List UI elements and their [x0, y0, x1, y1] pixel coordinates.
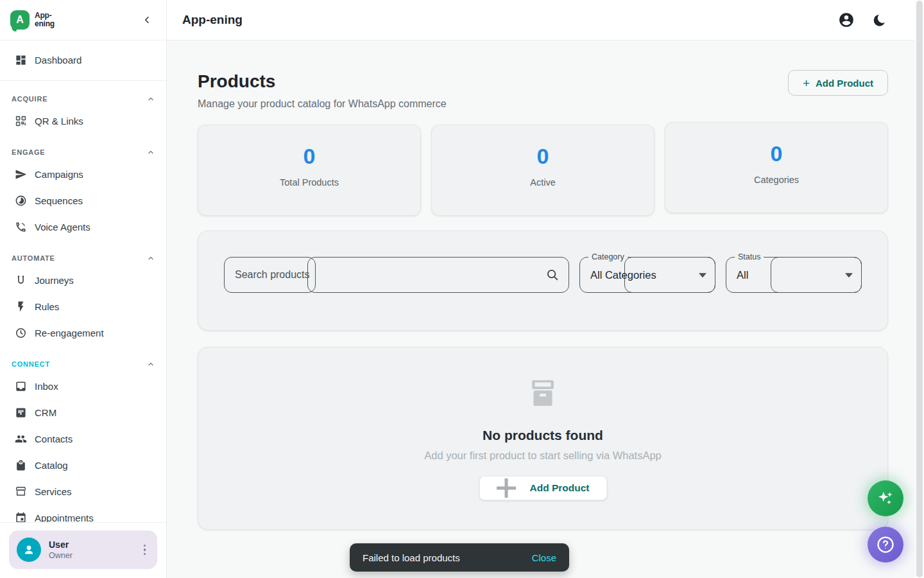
add-product-button[interactable]: + Add Product — [788, 70, 888, 96]
stat-label: Total Products — [280, 177, 339, 188]
chevron-up-icon — [147, 360, 155, 368]
ai-assistant-fab[interactable] — [868, 480, 903, 516]
brand-logo[interactable]: A App- ening — [10, 10, 55, 30]
sidebar-footer: User Owner — [0, 522, 166, 578]
status-select[interactable]: Status All — [726, 257, 862, 293]
phone-talk-icon — [14, 221, 27, 234]
scrollbar[interactable] — [915, 0, 924, 578]
empty-state: No products found Add your first product… — [198, 347, 888, 530]
sidebar-item-catalog[interactable]: Catalog — [0, 452, 166, 478]
sidebar-item-label: Catalog — [35, 460, 68, 471]
empty-add-product-button[interactable]: Add Product — [479, 476, 607, 500]
storefront-icon — [14, 486, 27, 498]
sidebar-section-acquire[interactable]: ACQUIRE — [0, 90, 166, 108]
category-select[interactable]: Category All Categories — [579, 257, 715, 293]
sidebar-item-label: Services — [35, 486, 72, 497]
plus-icon — [492, 473, 521, 503]
sidebar-item-label: Sequences — [35, 195, 83, 206]
sidebar-item-label: Journeys — [35, 275, 74, 286]
sidebar-item-label: Rules — [35, 301, 59, 312]
status-label: Status — [735, 254, 764, 260]
sidebar-item-label: Inbox — [35, 381, 58, 392]
sidebar-header: A App- ening — [0, 0, 166, 40]
question-mark-icon — [876, 535, 895, 554]
sidebar-item-rules[interactable]: Rules — [0, 293, 166, 320]
bolt-icon — [14, 301, 27, 313]
sidebar-item-services[interactable]: Services — [0, 478, 166, 505]
sidebar-item-label: Campaigns — [35, 169, 83, 180]
sidebar-item-label: CRM — [35, 407, 56, 418]
sidebar-item-qr-links[interactable]: QR & Links — [0, 108, 166, 134]
status-value: All — [737, 269, 748, 281]
help-fab[interactable] — [868, 527, 903, 563]
avatar — [17, 538, 41, 562]
stat-label: Categories — [754, 175, 799, 185]
stat-value: 0 — [304, 144, 316, 169]
chevron-up-icon — [147, 148, 155, 156]
dropdown-caret-icon — [699, 273, 706, 277]
header-actions — [838, 12, 888, 28]
archive-box-icon — [526, 376, 560, 412]
stat-label: Active — [530, 177, 556, 188]
sidebar-section-automate[interactable]: AUTOMATE — [0, 249, 166, 267]
chevron-up-icon — [147, 95, 155, 103]
sidebar-item-journeys[interactable]: Journeys — [0, 267, 166, 293]
sparkles-icon — [877, 489, 894, 507]
qr-code-icon — [14, 115, 27, 128]
sidebar-item-appointments[interactable]: Appointments — [0, 505, 166, 522]
page-content: Products Manage your product catalog for… — [167, 40, 924, 578]
kebab-menu-icon[interactable] — [140, 542, 150, 558]
category-label: Category — [588, 254, 628, 260]
toast-close-button[interactable]: Close — [524, 547, 564, 568]
sidebar-item-sequences[interactable]: Sequences — [0, 188, 166, 214]
sidebar-collapse-button[interactable] — [138, 11, 156, 29]
toast-message: Failed to load products — [363, 552, 460, 563]
stat-value: 0 — [537, 144, 549, 169]
empty-state-subtitle: Add your first product to start selling … — [424, 450, 662, 462]
dashboard-icon — [14, 53, 27, 66]
sidebar-item-re-engagement[interactable]: Re-engagement — [0, 320, 166, 346]
user-meta: User Owner — [49, 539, 132, 560]
calendar-icon — [14, 512, 27, 523]
sidebar-section-connect[interactable]: CONNECT — [0, 355, 166, 373]
sidebar-section-engage[interactable]: ENGAGE — [0, 143, 166, 161]
empty-state-title: No products found — [483, 428, 603, 443]
sidebar-item-label: Contacts — [35, 434, 73, 444]
sidebar-item-contacts[interactable]: Contacts — [0, 426, 166, 452]
search-input[interactable] — [224, 257, 569, 293]
people-icon — [14, 433, 27, 446]
send-icon — [14, 168, 27, 181]
page-subtitle: Manage your product catalog for WhatsApp… — [198, 98, 447, 110]
page-head: Products Manage your product catalog for… — [198, 70, 888, 110]
divider — [0, 80, 166, 81]
sidebar: A App- ening Dashboard ACQUIRE QR & Link… — [0, 0, 167, 578]
user-card[interactable]: User Owner — [9, 530, 157, 569]
stats-row: 0 Total Products 0 Active 0 Categories — [198, 125, 888, 216]
dropdown-caret-icon — [845, 273, 853, 277]
account-circle-icon[interactable] — [838, 12, 855, 28]
sidebar-item-inbox[interactable]: Inbox — [0, 373, 166, 399]
sidebar-item-voice-agents[interactable]: Voice Agents — [0, 214, 166, 240]
sidebar-item-label: Appointments — [35, 512, 94, 522]
scrollbar-thumb[interactable] — [916, 1, 923, 577]
brand-logo-icon: A — [10, 10, 30, 30]
search-icon — [545, 268, 560, 282]
chevron-left-icon — [141, 14, 153, 26]
journeys-route-icon — [14, 274, 27, 287]
inbox-icon — [14, 380, 27, 393]
app-title: App-ening — [182, 13, 243, 27]
sidebar-item-label: QR & Links — [35, 116, 83, 127]
sidebar-item-dashboard[interactable]: Dashboard — [0, 46, 166, 74]
dark-mode-moon-icon[interactable] — [871, 12, 888, 28]
clock-icon — [14, 327, 27, 340]
sidebar-item-label: Dashboard — [35, 55, 81, 66]
add-product-label: Add Product — [816, 78, 873, 89]
sidebar-item-campaigns[interactable]: Campaigns — [0, 161, 166, 188]
category-value: All Categories — [590, 269, 656, 281]
main-area: App-ening Products Manage your product c… — [167, 0, 924, 578]
section-title: AUTOMATE — [12, 254, 55, 262]
plus-icon: + — [803, 77, 810, 89]
sidebar-item-crm[interactable]: CRM — [0, 399, 166, 426]
filter-bar: Category All Categories Status All — [198, 231, 888, 331]
section-title: CONNECT — [12, 360, 50, 368]
